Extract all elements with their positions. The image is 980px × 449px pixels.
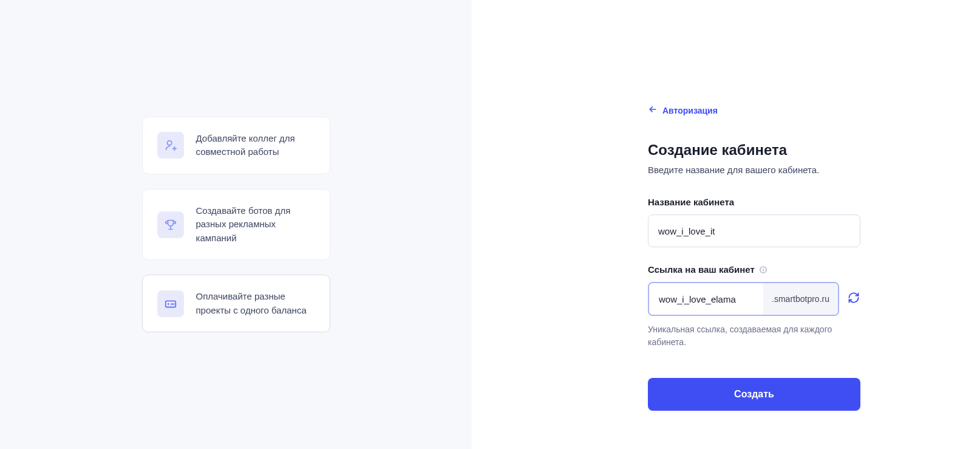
url-row: .smartbotpro.ru [648,282,980,316]
url-suffix: .smartbotpro.ru [763,283,838,315]
user-plus-icon [157,132,184,159]
back-link[interactable]: Авторизация [648,105,980,116]
url-input-container: .smartbotpro.ru [648,282,839,316]
url-hint: Уникальная ссылка, создаваемая для каждо… [648,323,848,349]
feature-card-bots: Создавайте ботов для разных рекламных ка… [142,189,330,261]
payment-icon [157,290,184,317]
cabinet-url-input[interactable] [649,283,763,315]
svg-point-2 [167,303,169,305]
cabinet-name-input[interactable] [648,214,860,247]
url-label: Ссылка на ваш кабинет [648,264,980,275]
page-title: Создание кабинета [648,142,980,159]
name-label: Название кабинета [648,197,980,207]
form-group-url: Ссылка на ваш кабинет .smartbotpro.ru [648,264,980,349]
feature-card-colleagues: Добавляйте коллег для совместной работы [142,117,330,174]
right-panel: Авторизация Создание кабинета Введите на… [472,0,980,449]
arrow-left-icon [648,105,658,116]
form-group-name: Название кабинета [648,197,980,247]
refresh-icon [848,292,860,306]
refresh-button[interactable] [846,292,861,306]
feature-text: Создавайте ботов для разных рекламных ка… [196,204,315,245]
create-button[interactable]: Создать [648,378,860,411]
left-panel: Добавляйте коллег для совместной работы … [0,0,472,449]
url-label-text: Ссылка на ваш кабинет [648,264,755,275]
back-link-label: Авторизация [662,106,718,115]
svg-point-0 [167,141,171,145]
page-subtitle: Введите название для вашего кабинета. [648,165,980,175]
info-icon[interactable] [758,265,768,275]
trophy-icon [157,211,184,238]
feature-card-payment: Оплачивайте разные проекты с одного бала… [142,275,330,332]
feature-text: Оплачивайте разные проекты с одного бала… [196,290,315,317]
feature-text: Добавляйте коллег для совместной работы [196,132,315,159]
